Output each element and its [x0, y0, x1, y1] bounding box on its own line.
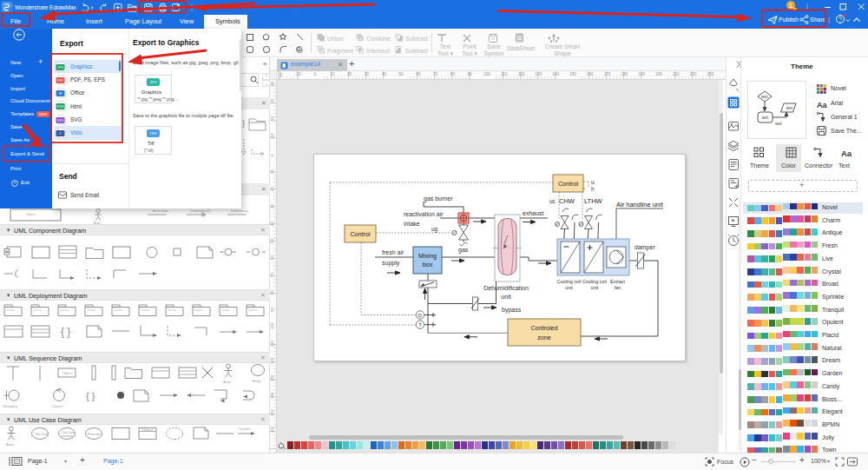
svg-text:Text: Text: [440, 43, 451, 50]
svg-text:Intersect: Intersect: [366, 48, 390, 54]
svg-text:Create Smart: Create Smart: [545, 43, 581, 50]
svg-text:«include»: «include»: [239, 427, 251, 431]
svg-text:Union: Union: [327, 36, 343, 42]
svg-text:Control: Control: [52, 405, 62, 408]
svg-text:Symbol: Symbol: [484, 50, 504, 57]
svg-text:fresh air: fresh air: [382, 249, 404, 255]
svg-text:gas burner: gas burner: [424, 195, 453, 202]
svg-text:Point: Point: [463, 43, 477, 50]
svg-text:damper: damper: [635, 244, 655, 251]
svg-text:}: }: [242, 119, 245, 128]
svg-text:ug: ug: [431, 226, 438, 233]
svg-text:text: text: [762, 116, 769, 120]
svg-text:Mixing: Mixing: [418, 252, 437, 260]
svg-text:Composition(?): Composition(?): [190, 209, 211, 213]
svg-text:D: D: [418, 313, 423, 318]
svg-text:Control: Control: [558, 180, 579, 188]
svg-text:PDF: PDF: [57, 79, 63, 83]
svg-text:CHW: CHW: [559, 197, 575, 205]
svg-text:text: text: [761, 95, 768, 99]
svg-text:Combine: Combine: [366, 36, 391, 42]
svg-text:supply: supply: [382, 260, 400, 267]
svg-text:Tool ▾: Tool ▾: [462, 50, 477, 56]
svg-text:bypass: bypass: [502, 307, 522, 314]
svg-text:Extract: Extract: [610, 279, 625, 284]
svg-text:h: h: [591, 186, 595, 192]
svg-text:fan: fan: [615, 285, 621, 290]
svg-text:{ }: { }: [61, 326, 70, 338]
svg-text:Cooling coil: Cooling coil: [582, 279, 607, 284]
svg-text:Aa: Aa: [817, 101, 827, 109]
svg-text:reactivation air: reactivation air: [404, 211, 444, 217]
svg-text:Air handline unit: Air handline unit: [616, 201, 664, 209]
svg-text:zone: zone: [537, 334, 551, 341]
svg-text:Collabora...: Collabora...: [141, 428, 155, 432]
svg-text:Actor: Actor: [6, 443, 15, 447]
svg-text:text: text: [786, 106, 793, 110]
svg-text:Dependency: Dependency: [231, 209, 248, 213]
svg-text:Use Case: Use Case: [35, 433, 49, 436]
svg-text:Subtract: Subtract: [405, 36, 428, 42]
svg-text:exhaust: exhaust: [523, 210, 544, 216]
svg-text:unit: unit: [565, 285, 573, 290]
svg-text:Dehumidification: Dehumidification: [483, 285, 529, 291]
svg-text:Shape: Shape: [554, 50, 571, 57]
svg-text:Control: Control: [350, 230, 371, 238]
svg-text:Object: Object: [26, 213, 35, 216]
svg-text:SVG: SVG: [57, 119, 64, 122]
svg-text:text: text: [775, 122, 782, 126]
svg-text:Use Case: Use Case: [62, 431, 76, 434]
svg-text:Association: Association: [153, 209, 168, 213]
svg-text:Actor: Actor: [223, 381, 232, 384]
svg-text:JPG: JPG: [57, 66, 63, 70]
svg-text:DataSheet: DataSheet: [507, 45, 535, 51]
svg-text:Save: Save: [487, 43, 501, 50]
svg-text:Entity: Entity: [253, 380, 261, 383]
svg-text:gas: gas: [458, 247, 469, 254]
svg-text:Subtract: Subtract: [405, 48, 428, 54]
svg-text:{ }: { }: [86, 391, 95, 401]
svg-text:HTM: HTM: [57, 105, 64, 109]
svg-text:uc: uc: [549, 198, 556, 204]
svg-text:Cooling coil: Cooling coil: [557, 279, 582, 284]
svg-text:Object: Object: [62, 371, 73, 375]
svg-text:LTHW: LTHW: [584, 197, 603, 205]
svg-text:unit: unit: [501, 294, 510, 300]
svg-text:Aa: Aa: [841, 149, 852, 158]
svg-text:Tool ▾: Tool ▾: [437, 50, 453, 56]
svg-text:T: T: [418, 322, 422, 328]
svg-text:Boundary: Boundary: [3, 405, 17, 408]
svg-text:Fragment: Fragment: [327, 48, 353, 55]
svg-text:box: box: [423, 261, 433, 268]
svg-text:intake: intake: [404, 221, 420, 227]
svg-text:Extension...: Extension...: [88, 433, 103, 436]
svg-text:u: u: [591, 179, 595, 185]
svg-text:Controled: Controled: [530, 324, 557, 332]
svg-text:unit: unit: [591, 285, 599, 290]
